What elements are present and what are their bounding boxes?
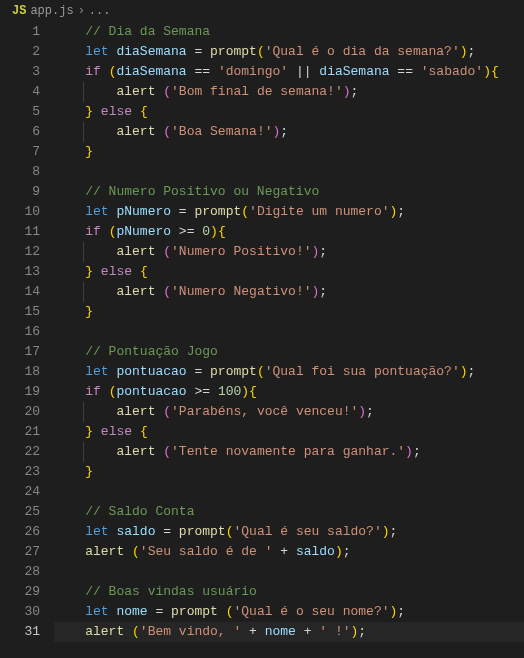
code-line[interactable]: // Dia da Semana	[54, 22, 524, 42]
token-st: 'domingo'	[218, 64, 288, 79]
code-line[interactable]: if (diaSemana == 'domingo' || diaSemana …	[54, 62, 524, 82]
line-number: 24	[0, 482, 40, 502]
code-line[interactable]: }	[54, 302, 524, 322]
breadcrumb-filename[interactable]: app.js	[30, 4, 73, 18]
token-op: =	[155, 524, 178, 539]
token-br-y: )	[210, 224, 218, 239]
token-op: ;	[397, 204, 405, 219]
token-fn: alert	[116, 244, 155, 259]
code-line[interactable]: // Saldo Conta	[54, 502, 524, 522]
token-fn: alert	[116, 444, 155, 459]
line-number: 18	[0, 362, 40, 382]
token-op: ;	[319, 284, 327, 299]
token-br-p: )	[358, 404, 366, 419]
token-br-y: (	[132, 624, 140, 639]
line-number: 2	[0, 42, 40, 62]
token-vr: saldo	[296, 544, 335, 559]
breadcrumb-ellipsis[interactable]: ...	[89, 4, 111, 18]
code-line[interactable]: alert ('Parabéns, você venceu!');	[54, 402, 524, 422]
token-cf: if	[85, 384, 101, 399]
token-cf: else	[101, 104, 132, 119]
line-number-gutter: 1234567891011121314151617181920212223242…	[0, 22, 54, 642]
breadcrumb[interactable]: JS app.js › ...	[0, 0, 524, 22]
token-op	[93, 104, 101, 119]
line-number: 28	[0, 562, 40, 582]
code-line[interactable]: let saldo = prompt('Qual é seu saldo?');	[54, 522, 524, 542]
token-st: 'Qual foi sua pontuação?'	[265, 364, 460, 379]
line-number: 5	[0, 102, 40, 122]
code-line[interactable]	[54, 162, 524, 182]
line-number: 12	[0, 242, 40, 262]
code-line[interactable]: alert ('Seu saldo é de ' + saldo);	[54, 542, 524, 562]
code-line[interactable]: if (pontuacao >= 100){	[54, 382, 524, 402]
token-br-y: }	[85, 304, 93, 319]
code-line[interactable]: let pNumero = prompt('Digite um numero')…	[54, 202, 524, 222]
code-line[interactable]: if (pNumero >= 0){	[54, 222, 524, 242]
line-number: 16	[0, 322, 40, 342]
code-line[interactable]: }	[54, 142, 524, 162]
code-line[interactable]: alert ('Tente novamente para ganhar.');	[54, 442, 524, 462]
token-br-y: )	[335, 544, 343, 559]
token-op	[218, 604, 226, 619]
code-line[interactable]: // Numero Positivo ou Negativo	[54, 182, 524, 202]
token-kw: let	[85, 524, 108, 539]
token-vr: pNumero	[116, 224, 171, 239]
code-line[interactable]: let diaSemana = prompt('Qual é o dia da …	[54, 42, 524, 62]
token-op: ;	[358, 624, 366, 639]
token-vr: nome	[116, 604, 147, 619]
token-op: >=	[187, 384, 218, 399]
code-line[interactable]: // Pontuação Jogo	[54, 342, 524, 362]
token-st: 'Qual é seu saldo?'	[233, 524, 381, 539]
token-op: ==	[390, 64, 421, 79]
code-area[interactable]: // Dia da Semana let diaSemana = prompt(…	[54, 22, 524, 642]
token-op: ||	[288, 64, 319, 79]
code-editor[interactable]: 1234567891011121314151617181920212223242…	[0, 22, 524, 642]
code-line[interactable]	[54, 482, 524, 502]
code-line[interactable]: }	[54, 462, 524, 482]
code-line[interactable]: alert ('Bom final de semana!');	[54, 82, 524, 102]
token-br-y: (	[226, 604, 234, 619]
line-number: 4	[0, 82, 40, 102]
token-br-y: }	[85, 424, 93, 439]
code-line[interactable]: alert ('Numero Positivo!');	[54, 242, 524, 262]
token-br-y: }	[85, 104, 93, 119]
code-line[interactable]: } else {	[54, 262, 524, 282]
token-fn: alert	[116, 84, 155, 99]
code-line[interactable]: alert ('Bem vindo, ' + nome + ' !');	[54, 622, 524, 642]
code-line[interactable]: let pontuacao = prompt('Qual foi sua pon…	[54, 362, 524, 382]
code-line[interactable]: alert ('Numero Negativo!');	[54, 282, 524, 302]
token-op: +	[296, 624, 319, 639]
code-line[interactable]: alert ('Boa Semana!');	[54, 122, 524, 142]
token-st: 'Qual é o dia da semana?'	[265, 44, 460, 59]
code-line[interactable]: } else {	[54, 422, 524, 442]
line-number: 8	[0, 162, 40, 182]
token-br-y: {	[140, 104, 148, 119]
token-vr: diaSemana	[116, 64, 186, 79]
token-op: ;	[366, 404, 374, 419]
token-fn: prompt	[210, 364, 257, 379]
line-number: 10	[0, 202, 40, 222]
line-number: 1	[0, 22, 40, 42]
token-st: 'sabado'	[421, 64, 483, 79]
line-number: 19	[0, 382, 40, 402]
token-br-y: (	[241, 204, 249, 219]
token-cf: if	[85, 64, 101, 79]
token-op: =	[148, 604, 171, 619]
token-op: =	[187, 44, 210, 59]
code-line[interactable]	[54, 562, 524, 582]
code-line[interactable]: } else {	[54, 102, 524, 122]
line-number: 26	[0, 522, 40, 542]
code-line[interactable]	[54, 322, 524, 342]
token-br-p: )	[405, 444, 413, 459]
token-op: ;	[280, 124, 288, 139]
js-file-icon: JS	[12, 4, 26, 18]
token-fn: alert	[116, 124, 155, 139]
code-line[interactable]: let nome = prompt ('Qual é o seu nome?')…	[54, 602, 524, 622]
token-br-p: )	[343, 84, 351, 99]
token-br-p: (	[163, 244, 171, 259]
token-st: 'Qual é o seu nome?'	[234, 604, 390, 619]
token-kw: let	[85, 364, 108, 379]
token-nm: 100	[218, 384, 241, 399]
code-line[interactable]: // Boas vindas usuário	[54, 582, 524, 602]
token-cf: else	[101, 264, 132, 279]
